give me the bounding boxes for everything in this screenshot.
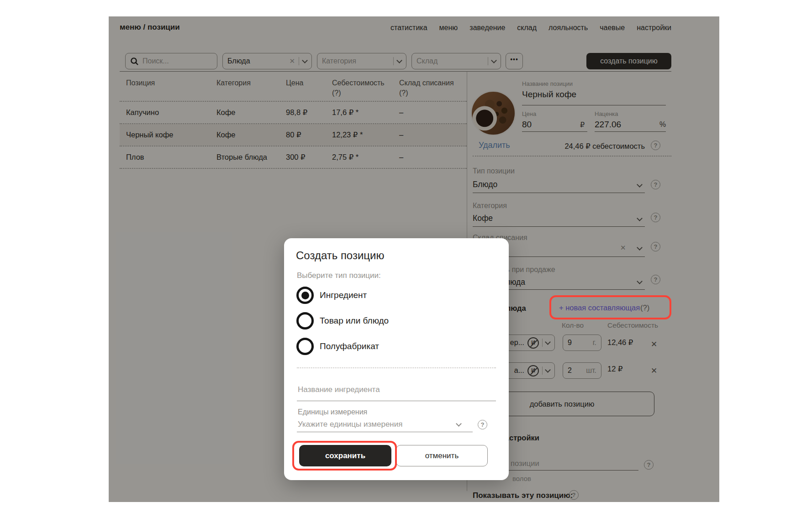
radio-icon[interactable] (296, 312, 314, 329)
radio-icon[interactable] (296, 338, 314, 355)
unit-select[interactable]: Укажите единицы измерения (298, 420, 402, 429)
radio-option-semifinished[interactable]: Полуфабрикат (296, 338, 379, 355)
radio-option-ingredient[interactable]: Ингредиент (296, 287, 367, 304)
unit-underline (297, 432, 473, 432)
unit-help-icon[interactable]: ? (478, 420, 487, 429)
radio-label: Полуфабрикат (320, 341, 379, 351)
modal-subtitle: Выберите тип позиции: (297, 271, 381, 280)
unit-label: Единицы измерения (298, 408, 367, 416)
create-position-modal: Создать позицию Выберите тип позиции: Ин… (284, 238, 509, 480)
radio-selected-icon[interactable] (296, 287, 314, 304)
radio-option-product[interactable]: Товар или блюдо (296, 312, 389, 329)
save-button[interactable]: сохранить (299, 445, 391, 466)
modal-separator (297, 367, 496, 368)
app-window: меню / позиции статистика меню заведение… (109, 16, 719, 502)
chevron-down-icon (456, 421, 462, 427)
name-input-underline (297, 401, 496, 401)
radio-label: Товар или блюдо (320, 316, 389, 326)
radio-label: Ингредиент (320, 290, 367, 300)
ingredient-name-input[interactable]: Название ингредиента (298, 385, 380, 394)
modal-title: Создать позицию (296, 249, 385, 262)
cancel-button[interactable]: отменить (396, 445, 488, 466)
